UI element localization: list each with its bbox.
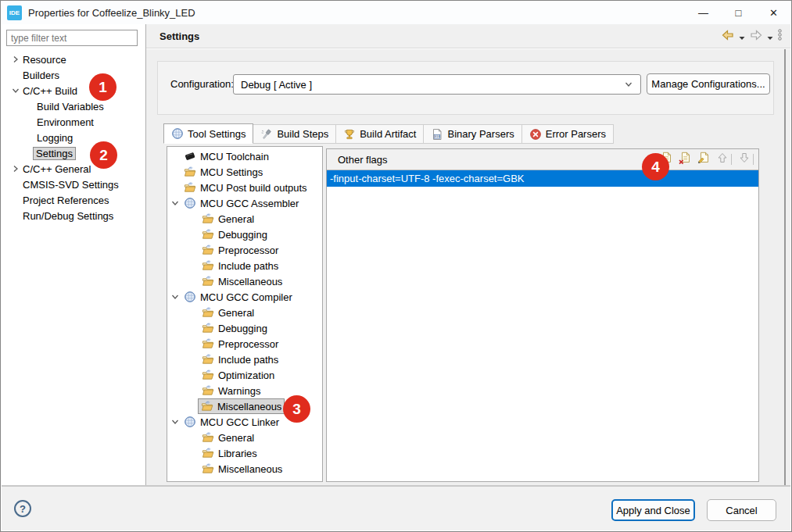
tab-build-artifact[interactable]: Build Artifact [335,124,424,144]
page-header: Settings [146,24,790,48]
tool-tree-item-debugging[interactable]: Debugging [167,320,322,336]
category-folder-icon [202,322,214,334]
category-folder-icon [202,275,214,287]
sidebar-item-settings[interactable]: Settings [2,145,145,161]
tool-tree-item-general[interactable]: General [167,430,322,445]
sidebar-item-label: Logging [36,132,73,144]
edit-flag-button[interactable] [697,153,710,166]
category-folder-icon [202,259,214,272]
sidebar-item-cmsis-svd-settings[interactable]: CMSIS-SVD Settings [2,177,145,192]
back-button[interactable] [721,29,735,45]
sidebar: ResourceBuildersC/C++ BuildBuild Variabl… [2,24,145,485]
configuration-select[interactable]: Debug [ Active ] [233,74,641,95]
configuration-value: Debug [ Active ] [241,79,312,91]
apply-and-close-button[interactable]: Apply and Close [611,499,695,521]
tool-tree-item-label: Miscellaneous [218,463,282,475]
chevron-right-icon[interactable] [9,55,22,64]
tool-tree-item-optimization[interactable]: Optimization [167,367,322,383]
other-flags-panel: Other flags -finput-charset=UTF-8 -fexec… [326,148,759,482]
move-up-icon [717,152,728,167]
tab-binary-parsers[interactable]: 010Binary Parsers [423,124,521,144]
tool-tree-item-inner: Miscellaneous [199,461,285,477]
chevron-down-icon[interactable] [170,292,181,302]
sidebar-item-label: Builders [22,70,60,81]
delete-flag-icon [678,152,691,168]
category-folder-icon [202,353,214,366]
filter-input[interactable] [6,30,138,46]
sidebar-item-build-variables[interactable]: Build Variables [2,98,145,114]
chevron-down-icon[interactable] [170,417,181,427]
tool-tree-item-general[interactable]: General [167,211,322,227]
tool-settings-icon [171,127,184,140]
tool-tree-item-inner: Preprocessor [199,242,281,258]
tab-tool-settings[interactable]: Tool Settings [163,123,253,144]
tool-tree-item-inner: Include paths [199,352,281,367]
flag-row[interactable]: -finput-charset=UTF-8 -fexec-charset=GBK [327,170,758,187]
category-folder-icon [184,181,196,194]
category-folder-icon [202,228,214,241]
tool-tree-item-label: Miscellaneous [218,276,282,287]
tool-tree-item-preprocessor[interactable]: Preprocessor [167,242,322,258]
sidebar-item-logging[interactable]: Logging [2,130,145,145]
tool-tree-item-label: Miscellaneous [217,401,281,412]
sidebar-item-c-c-build[interactable]: C/C++ Build [2,83,145,98]
tool-tree-item-preprocessor[interactable]: Preprocessor [167,336,322,352]
tool-tree-item-inner: Preprocessor [199,336,281,352]
help-button[interactable]: ? [14,500,31,517]
category-folder-icon [202,384,214,397]
tool-tree-item-label: Debugging [218,229,267,241]
chevron-down-icon[interactable] [9,86,22,95]
tool-tree-item-miscellaneous[interactable]: Miscellaneous [167,273,322,289]
tool-tree-item-include-paths[interactable]: Include paths [167,352,322,367]
tool-tree-item-libraries[interactable]: Libraries [167,445,322,461]
sidebar-item-label: C/C++ Build [22,85,78,97]
tool-tree-item-mcu-gcc-compiler[interactable]: MCU GCC Compiler [167,289,322,305]
tab-build-steps[interactable]: Build Steps [253,124,336,144]
tool-tree-item-miscellaneous[interactable]: Miscellaneous [167,461,322,477]
tool-tree-item-debugging[interactable]: Debugging [167,227,322,242]
delete-flag-button[interactable] [678,153,691,166]
tool-tree-item-inner: Miscellaneous [198,398,285,414]
tool-tree-item-label: Libraries [218,448,257,459]
close-icon: ✕ [769,7,778,19]
tool-tree-item-mcu-post-build-outputs[interactable]: MCU Post build outputs [167,180,322,195]
tool-tree-item-mcu-gcc-assembler[interactable]: MCU GCC Assembler [167,195,322,211]
sidebar-item-resource[interactable]: Resource [2,52,145,67]
forward-button[interactable] [749,29,763,45]
sidebar-item-c-c-general[interactable]: C/C++ General [2,161,145,177]
maximize-button[interactable]: □ [721,1,756,24]
tool-tree-item-include-paths[interactable]: Include paths [167,258,322,273]
tool-tree-item-label: General [218,307,254,319]
sidebar-item-builders[interactable]: Builders [2,67,145,83]
tab-label: Tool Settings [188,128,245,140]
tool-tree-item-general[interactable]: General [167,305,322,320]
close-button[interactable]: ✕ [756,1,791,24]
error-parsers-icon [529,128,542,141]
sidebar-item-project-references[interactable]: Project References [2,192,145,208]
tool-tree-item-inner: Libraries [199,445,260,461]
tool-tree-item-label: General [218,432,254,444]
tab-error-parsers[interactable]: Error Parsers [521,124,614,144]
flags-toolbar [659,153,754,166]
forward-history-dropdown[interactable] [767,30,773,44]
forward-icon [749,29,763,45]
page-content: Configuration: Debug [ Active ] Manage C… [146,49,790,485]
tool-tree-item-mcu-settings[interactable]: MCU Settings [167,164,322,180]
cancel-button[interactable]: Cancel [707,499,776,521]
minimize-button[interactable]: — [686,1,721,24]
tool-tree-item-label: General [218,213,254,225]
chevron-down-icon[interactable] [170,198,181,208]
sidebar-item-environment[interactable]: Environment [2,114,145,130]
tool-tree-item-label: Include paths [218,260,278,272]
category-folder-icon [184,166,196,178]
manage-configurations-button[interactable]: Manage Configurations... [647,73,770,95]
sidebar-item-run-debug-settings[interactable]: Run/Debug Settings [2,208,145,223]
tool-tree-item-mcu-toolchain[interactable]: MCU Toolchain [167,148,322,164]
view-menu-button[interactable] [777,29,783,44]
back-history-dropdown[interactable] [739,30,745,44]
chevron-right-icon[interactable] [9,164,22,173]
tool-disc-icon [184,416,196,428]
sidebar-item-label: Environment [36,116,95,128]
back-icon [721,29,735,45]
tool-tree-item-inner: MCU Toolchain [181,148,272,164]
